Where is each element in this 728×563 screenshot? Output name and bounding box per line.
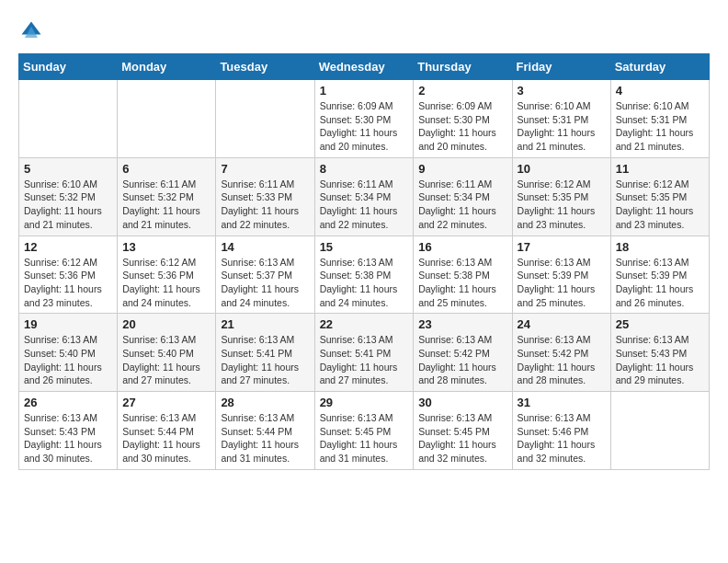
calendar-body: 1Sunrise: 6:09 AM Sunset: 5:30 PM Daylig… (19, 80, 710, 470)
day-number: 1 (320, 84, 409, 98)
day-number: 3 (518, 84, 606, 98)
calendar-cell: 19Sunrise: 6:13 AM Sunset: 5:40 PM Dayli… (19, 314, 118, 392)
calendar-cell: 4Sunrise: 6:10 AM Sunset: 5:31 PM Daylig… (610, 80, 709, 158)
calendar-cell: 2Sunrise: 6:09 AM Sunset: 5:30 PM Daylig… (414, 80, 512, 158)
header-cell-thursday: Thursday (414, 54, 512, 80)
day-number: 11 (616, 162, 704, 176)
day-number: 16 (418, 240, 506, 254)
day-detail: Sunrise: 6:09 AM Sunset: 5:30 PM Dayligh… (418, 99, 506, 154)
day-detail: Sunrise: 6:13 AM Sunset: 5:44 PM Dayligh… (122, 411, 210, 465)
calendar-cell: 7Sunrise: 6:11 AM Sunset: 5:33 PM Daylig… (216, 157, 314, 236)
calendar-cell: 1Sunrise: 6:09 AM Sunset: 5:30 PM Daylig… (314, 80, 414, 158)
day-detail: Sunrise: 6:13 AM Sunset: 5:45 PM Dayligh… (320, 411, 409, 465)
day-number: 28 (221, 396, 309, 409)
calendar-table: SundayMondayTuesdayWednesdayThursdayFrid… (18, 53, 710, 470)
day-number: 6 (122, 162, 210, 176)
day-detail: Sunrise: 6:10 AM Sunset: 5:31 PM Dayligh… (518, 99, 606, 154)
calendar-cell: 13Sunrise: 6:12 AM Sunset: 5:36 PM Dayli… (118, 236, 216, 314)
day-number: 23 (418, 317, 506, 331)
day-detail: Sunrise: 6:13 AM Sunset: 5:43 PM Dayligh… (24, 411, 112, 465)
calendar-cell: 21Sunrise: 6:13 AM Sunset: 5:41 PM Dayli… (216, 314, 314, 392)
day-detail: Sunrise: 6:13 AM Sunset: 5:38 PM Dayligh… (418, 256, 506, 310)
day-detail: Sunrise: 6:12 AM Sunset: 5:35 PM Dayligh… (518, 178, 606, 232)
day-detail: Sunrise: 6:11 AM Sunset: 5:34 PM Dayligh… (418, 178, 506, 232)
day-number: 25 (616, 317, 704, 331)
day-number: 17 (518, 240, 606, 254)
calendar-cell: 28Sunrise: 6:13 AM Sunset: 5:44 PM Dayli… (216, 392, 314, 470)
calendar-cell: 31Sunrise: 6:13 AM Sunset: 5:46 PM Dayli… (512, 392, 610, 470)
day-detail: Sunrise: 6:11 AM Sunset: 5:33 PM Dayligh… (221, 178, 309, 232)
day-number: 15 (320, 240, 409, 254)
calendar-cell (610, 392, 709, 470)
week-row-2: 12Sunrise: 6:12 AM Sunset: 5:36 PM Dayli… (19, 236, 710, 314)
calendar-cell: 11Sunrise: 6:12 AM Sunset: 5:35 PM Dayli… (610, 157, 709, 236)
calendar-cell: 3Sunrise: 6:10 AM Sunset: 5:31 PM Daylig… (512, 80, 610, 158)
day-number: 22 (320, 317, 409, 331)
day-number: 7 (221, 162, 309, 176)
calendar-cell: 6Sunrise: 6:11 AM Sunset: 5:32 PM Daylig… (118, 157, 216, 236)
calendar-cell: 10Sunrise: 6:12 AM Sunset: 5:35 PM Dayli… (512, 157, 610, 236)
day-number: 13 (122, 240, 210, 254)
day-number: 31 (518, 396, 606, 409)
day-number: 12 (24, 240, 112, 254)
day-number: 10 (518, 162, 606, 176)
day-number: 9 (418, 162, 506, 176)
day-detail: Sunrise: 6:13 AM Sunset: 5:38 PM Dayligh… (320, 256, 409, 310)
day-number: 26 (24, 396, 112, 409)
day-detail: Sunrise: 6:13 AM Sunset: 5:40 PM Dayligh… (122, 333, 210, 387)
day-number: 24 (518, 317, 606, 331)
logo (18, 18, 48, 44)
day-number: 20 (122, 317, 210, 331)
calendar-cell: 25Sunrise: 6:13 AM Sunset: 5:43 PM Dayli… (610, 314, 709, 392)
day-detail: Sunrise: 6:12 AM Sunset: 5:36 PM Dayligh… (24, 256, 112, 310)
day-detail: Sunrise: 6:13 AM Sunset: 5:44 PM Dayligh… (221, 411, 309, 465)
day-detail: Sunrise: 6:10 AM Sunset: 5:32 PM Dayligh… (24, 178, 112, 232)
calendar-cell: 26Sunrise: 6:13 AM Sunset: 5:43 PM Dayli… (19, 392, 118, 470)
header-cell-tuesday: Tuesday (216, 54, 314, 80)
day-number: 8 (320, 162, 409, 176)
calendar-cell: 5Sunrise: 6:10 AM Sunset: 5:32 PM Daylig… (19, 157, 118, 236)
calendar-cell: 29Sunrise: 6:13 AM Sunset: 5:45 PM Dayli… (314, 392, 414, 470)
calendar-cell: 17Sunrise: 6:13 AM Sunset: 5:39 PM Dayli… (512, 236, 610, 314)
day-detail: Sunrise: 6:13 AM Sunset: 5:39 PM Dayligh… (616, 256, 704, 310)
calendar-cell: 18Sunrise: 6:13 AM Sunset: 5:39 PM Dayli… (610, 236, 709, 314)
week-row-0: 1Sunrise: 6:09 AM Sunset: 5:30 PM Daylig… (19, 80, 710, 158)
week-row-4: 26Sunrise: 6:13 AM Sunset: 5:43 PM Dayli… (19, 392, 710, 470)
header-row: SundayMondayTuesdayWednesdayThursdayFrid… (19, 54, 710, 80)
week-row-1: 5Sunrise: 6:10 AM Sunset: 5:32 PM Daylig… (19, 157, 710, 236)
header-cell-friday: Friday (512, 54, 610, 80)
day-number: 29 (320, 396, 409, 409)
day-number: 14 (221, 240, 309, 254)
calendar-cell: 8Sunrise: 6:11 AM Sunset: 5:34 PM Daylig… (314, 157, 414, 236)
calendar-cell (216, 80, 314, 158)
calendar-cell: 20Sunrise: 6:13 AM Sunset: 5:40 PM Dayli… (118, 314, 216, 392)
day-detail: Sunrise: 6:13 AM Sunset: 5:41 PM Dayligh… (320, 333, 409, 387)
page-header (18, 18, 710, 44)
header-cell-saturday: Saturday (610, 54, 709, 80)
day-detail: Sunrise: 6:11 AM Sunset: 5:32 PM Dayligh… (122, 178, 210, 232)
day-number: 19 (24, 317, 112, 331)
day-detail: Sunrise: 6:12 AM Sunset: 5:35 PM Dayligh… (616, 178, 704, 232)
calendar-cell: 12Sunrise: 6:12 AM Sunset: 5:36 PM Dayli… (19, 236, 118, 314)
logo-icon (18, 18, 44, 44)
calendar-cell: 27Sunrise: 6:13 AM Sunset: 5:44 PM Dayli… (118, 392, 216, 470)
calendar-header: SundayMondayTuesdayWednesdayThursdayFrid… (19, 54, 710, 80)
day-detail: Sunrise: 6:13 AM Sunset: 5:39 PM Dayligh… (518, 256, 606, 310)
calendar-cell: 30Sunrise: 6:13 AM Sunset: 5:45 PM Dayli… (414, 392, 512, 470)
day-detail: Sunrise: 6:11 AM Sunset: 5:34 PM Dayligh… (320, 178, 409, 232)
day-number: 18 (616, 240, 704, 254)
day-detail: Sunrise: 6:10 AM Sunset: 5:31 PM Dayligh… (616, 99, 704, 154)
day-detail: Sunrise: 6:13 AM Sunset: 5:46 PM Dayligh… (518, 411, 606, 465)
day-number: 4 (616, 84, 704, 98)
day-detail: Sunrise: 6:13 AM Sunset: 5:37 PM Dayligh… (221, 256, 309, 310)
day-detail: Sunrise: 6:13 AM Sunset: 5:43 PM Dayligh… (616, 333, 704, 387)
day-number: 30 (418, 396, 506, 409)
day-detail: Sunrise: 6:13 AM Sunset: 5:40 PM Dayligh… (24, 333, 112, 387)
day-number: 21 (221, 317, 309, 331)
day-number: 27 (122, 396, 210, 409)
calendar-cell: 9Sunrise: 6:11 AM Sunset: 5:34 PM Daylig… (414, 157, 512, 236)
header-cell-monday: Monday (118, 54, 216, 80)
calendar-cell: 16Sunrise: 6:13 AM Sunset: 5:38 PM Dayli… (414, 236, 512, 314)
header-cell-wednesday: Wednesday (314, 54, 414, 80)
calendar-cell (118, 80, 216, 158)
